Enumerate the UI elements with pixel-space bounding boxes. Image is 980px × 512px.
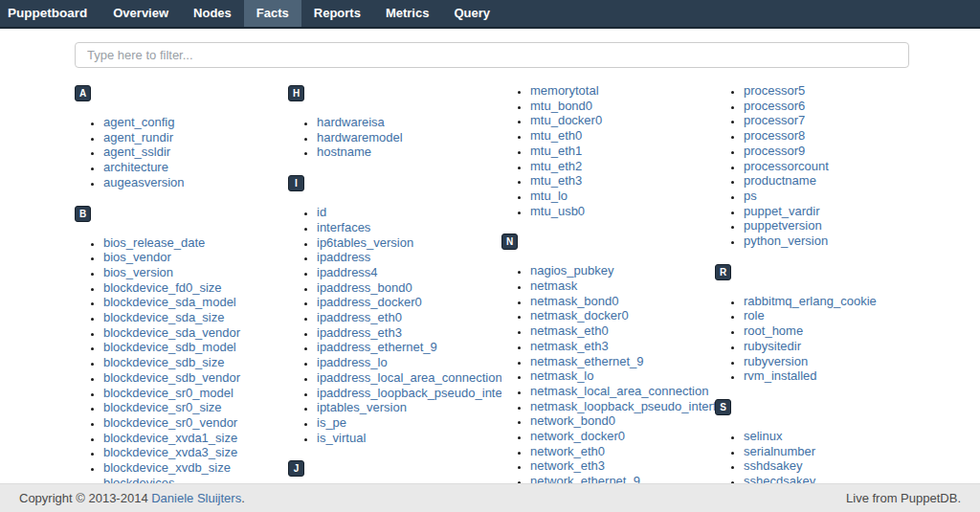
fact-link-bios_version[interactable]: bios_version (103, 265, 173, 279)
fact-link-blockdevice_sda_model[interactable]: blockdevice_sda_model (103, 295, 236, 309)
fact-link-processor8[interactable]: processor8 (744, 128, 805, 143)
fact-link-ip6tables_version[interactable]: ip6tables_version (317, 235, 413, 250)
fact-link-ipaddress_local_area_connection[interactable]: ipaddress_local_area_connection (317, 370, 501, 385)
fact-link-processor5[interactable]: processor5 (744, 83, 805, 98)
fact-link-agent_rundir[interactable]: agent_rundir (103, 130, 173, 145)
fact-link-ipaddress[interactable]: ipaddress (317, 250, 370, 264)
fact-link-netmask_docker0[interactable]: netmask_docker0 (530, 308, 629, 323)
fact-link-blockdevice_sda_vendor[interactable]: blockdevice_sda_vendor (103, 325, 240, 340)
fact-link-mtu_bond0[interactable]: mtu_bond0 (530, 99, 592, 113)
fact-link-blockdevices[interactable]: blockdevices (103, 476, 174, 483)
fact-link-agent_ssldir[interactable]: agent_ssldir (103, 145, 170, 159)
fact-item: processorcount (744, 159, 928, 174)
fact-link-puppet_vardir[interactable]: puppet_vardir (744, 204, 820, 218)
nav-item-metrics[interactable]: Metrics (373, 0, 442, 27)
fact-link-ipaddress4[interactable]: ipaddress4 (317, 265, 378, 279)
fact-item: mtu_docker0 (530, 113, 715, 128)
fact-link-netmask_eth0[interactable]: netmask_eth0 (530, 323, 609, 338)
fact-link-blockdevice_sda_size[interactable]: blockdevice_sda_size (103, 310, 224, 324)
nav-item-query[interactable]: Query (441, 0, 502, 27)
fact-link-blockdevice_sdb_size[interactable]: blockdevice_sdb_size (103, 355, 224, 369)
fact-link-rubysitedir[interactable]: rubysitedir (744, 339, 801, 353)
brand-puppetboard[interactable]: Puppetboard (0, 0, 100, 27)
fact-link-processor6[interactable]: processor6 (744, 99, 805, 113)
fact-link-blockdevice_xvdb_size[interactable]: blockdevice_xvdb_size (103, 460, 231, 475)
fact-link-bios_vendor[interactable]: bios_vendor (103, 250, 171, 264)
fact-link-root_home[interactable]: root_home (744, 323, 803, 338)
fact-link-agent_config[interactable]: agent_config (103, 115, 174, 129)
fact-link-mtu_eth3[interactable]: mtu_eth3 (530, 173, 582, 188)
fact-link-is_virtual[interactable]: is_virtual (317, 431, 366, 445)
fact-link-ipaddress_eth0[interactable]: ipaddress_eth0 (317, 310, 402, 324)
fact-link-netmask_bond0[interactable]: netmask_bond0 (530, 294, 619, 308)
fact-link-blockdevice_sr0_model[interactable]: blockdevice_sr0_model (103, 386, 234, 400)
fact-link-ipaddress_eth3[interactable]: ipaddress_eth3 (317, 325, 402, 340)
fact-link-mtu_eth0[interactable]: mtu_eth0 (530, 128, 582, 143)
fact-link-role[interactable]: role (744, 308, 765, 323)
fact-link-augeasversion[interactable]: augeasversion (103, 175, 185, 189)
fact-link-network_ethernet_9[interactable]: network_ethernet_9 (530, 474, 640, 483)
fact-item: interfaces (317, 220, 501, 235)
fact-link-architecture[interactable]: architecture (103, 160, 168, 174)
fact-link-selinux[interactable]: selinux (744, 429, 782, 443)
fact-link-hardwaremodel[interactable]: hardwaremodel (317, 130, 403, 145)
nav-item-nodes[interactable]: Nodes (181, 0, 244, 27)
fact-link-bios_release_date[interactable]: bios_release_date (103, 235, 205, 250)
fact-link-productname[interactable]: productname (744, 173, 816, 188)
fact-link-processorcount[interactable]: processorcount (744, 159, 829, 173)
fact-link-ipaddress_bond0[interactable]: ipaddress_bond0 (317, 280, 412, 295)
fact-link-rabbitmq_erlang_cookie[interactable]: rabbitmq_erlang_cookie (744, 294, 877, 308)
nav-item-reports[interactable]: Reports (301, 0, 373, 27)
fact-link-sshdsakey[interactable]: sshdsakey (744, 458, 802, 473)
fact-link-netmask_lo[interactable]: netmask_lo (530, 368, 593, 383)
fact-link-network_bond0[interactable]: network_bond0 (530, 413, 615, 428)
nav-item-overview[interactable]: Overview (100, 0, 181, 27)
fact-link-id[interactable]: id (317, 205, 326, 219)
filter-input[interactable] (75, 42, 909, 68)
fact-link-netmask_local_area_connection[interactable]: netmask_local_area_connection (530, 384, 708, 398)
fact-link-blockdevice_sdb_model[interactable]: blockdevice_sdb_model (103, 340, 236, 354)
fact-link-network_docker0[interactable]: network_docker0 (530, 429, 625, 443)
fact-link-ipaddress_ethernet_9[interactable]: ipaddress_ethernet_9 (317, 340, 437, 354)
fact-link-ipaddress_docker0[interactable]: ipaddress_docker0 (317, 295, 422, 309)
fact-link-network_eth0[interactable]: network_eth0 (530, 444, 605, 458)
fact-link-blockdevice_xvda1_size[interactable]: blockdevice_xvda1_size (103, 431, 237, 445)
fact-item: selinux (744, 429, 928, 444)
fact-link-network_eth3[interactable]: network_eth3 (530, 458, 605, 473)
fact-link-serialnumber[interactable]: serialnumber (744, 444, 815, 458)
fact-link-ps[interactable]: ps (744, 189, 757, 203)
nav-item-facts[interactable]: Facts (244, 0, 301, 27)
fact-link-blockdevice_sr0_size[interactable]: blockdevice_sr0_size (103, 400, 222, 414)
fact-link-mtu_usb0[interactable]: mtu_usb0 (530, 204, 585, 218)
fact-link-hostname[interactable]: hostname (317, 145, 371, 159)
fact-link-netmask_ethernet_9[interactable]: netmask_ethernet_9 (530, 354, 644, 368)
fact-link-iptables_version[interactable]: iptables_version (317, 400, 407, 414)
fact-link-hardwareisa[interactable]: hardwareisa (317, 115, 385, 129)
fact-link-ipaddress_loopback_pseudo_interface[interactable]: ipaddress_loopback_pseudo_interface (317, 386, 501, 400)
fact-link-puppetversion[interactable]: puppetversion (744, 218, 822, 233)
fact-link-mtu_docker0[interactable]: mtu_docker0 (530, 113, 602, 127)
fact-link-interfaces[interactable]: interfaces (317, 220, 370, 234)
fact-link-blockdevice_fd0_size[interactable]: blockdevice_fd0_size (103, 280, 222, 295)
fact-link-processor7[interactable]: processor7 (744, 113, 805, 127)
fact-link-netmask_loopback_pseudo_interface[interactable]: netmask_loopback_pseudo_interface (530, 399, 715, 413)
fact-link-rubyversion[interactable]: rubyversion (744, 354, 808, 368)
fact-link-mtu_eth1[interactable]: mtu_eth1 (530, 144, 582, 158)
fact-link-ipaddress_lo[interactable]: ipaddress_lo (317, 355, 388, 369)
fact-link-blockdevice_sdb_vendor[interactable]: blockdevice_sdb_vendor (103, 370, 240, 385)
fact-link-is_pe[interactable]: is_pe (317, 415, 346, 430)
fact-item: ipaddress_lo (317, 355, 501, 370)
fact-link-memorytotal[interactable]: memorytotal (530, 83, 599, 98)
fact-link-mtu_eth2[interactable]: mtu_eth2 (530, 159, 582, 173)
fact-link-blockdevice_xvda3_size[interactable]: blockdevice_xvda3_size (103, 445, 237, 459)
fact-link-netmask[interactable]: netmask (530, 278, 577, 293)
fact-link-mtu_lo[interactable]: mtu_lo (530, 189, 568, 203)
fact-link-rvm_installed[interactable]: rvm_installed (744, 368, 817, 383)
fact-link-processor9[interactable]: processor9 (744, 144, 805, 158)
fact-link-sshecdsakey[interactable]: sshecdsakey (744, 474, 815, 483)
fact-link-nagios_pubkey[interactable]: nagios_pubkey (530, 263, 613, 278)
fact-link-netmask_eth3[interactable]: netmask_eth3 (530, 339, 609, 353)
fact-link-blockdevice_sr0_vendor[interactable]: blockdevice_sr0_vendor (103, 415, 237, 430)
footer-author-link[interactable]: Daniele Sluijters (151, 491, 241, 505)
fact-link-python_version[interactable]: python_version (744, 234, 828, 248)
